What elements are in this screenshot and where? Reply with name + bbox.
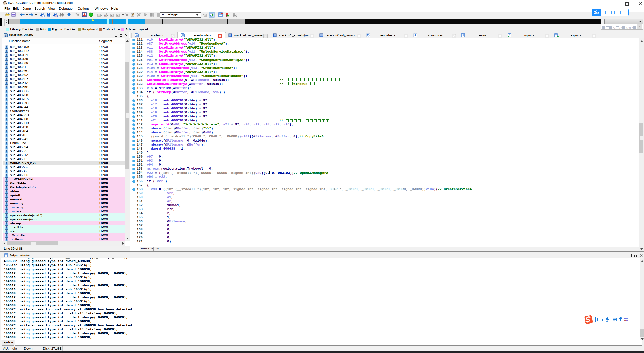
- svg-text:CODE: CODE: [98, 15, 102, 16]
- svg-text:'s: 's: [117, 15, 118, 16]
- svg-text:#: #: [42, 15, 43, 17]
- svg-text:101: 101: [55, 15, 58, 17]
- svg-text:c: c: [210, 14, 211, 16]
- svg-text:T: T: [49, 15, 50, 17]
- svg-text:A: A: [111, 15, 112, 16]
- svg-text:c: c: [205, 14, 206, 17]
- svg-text:DATA: DATA: [104, 15, 108, 16]
- svg-text:A: A: [414, 34, 416, 37]
- svg-text:!: !: [84, 14, 85, 16]
